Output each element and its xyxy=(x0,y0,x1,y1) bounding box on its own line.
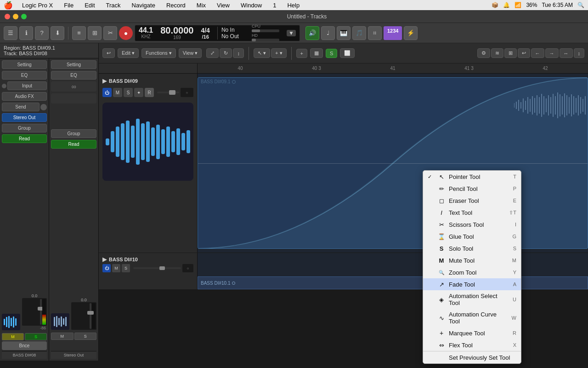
smartcontrols-btn[interactable]: ⬇ xyxy=(51,26,64,40)
bounce-btn-left[interactable]: Bnce xyxy=(2,341,47,350)
r-btn-1[interactable]: R xyxy=(145,88,154,97)
waveform-display-btn[interactable]: ≋ xyxy=(491,48,503,58)
output-btn[interactable]: 🔊 xyxy=(305,26,319,40)
snap-btn[interactable]: ⬜ xyxy=(340,48,355,58)
piano-roll-btn[interactable]: ⊞ xyxy=(504,48,517,58)
bpm-display[interactable]: 80.0000 169 xyxy=(160,26,193,40)
editors-btn[interactable]: ⊞ xyxy=(88,26,102,40)
ctx-set-prev-tool[interactable]: Set Previously Set Tool xyxy=(423,351,521,363)
ctx-fade-tool[interactable]: Fade Tool A xyxy=(423,278,521,290)
ctx-text-tool[interactable]: Text Tool ⇧T xyxy=(423,207,521,218)
menu-track[interactable]: Track xyxy=(104,2,123,9)
ctx-eraser-tool[interactable]: Eraser Tool E xyxy=(423,195,521,207)
back-btn[interactable]: ↩ xyxy=(102,48,115,58)
setting-btn-right[interactable]: Setting xyxy=(51,60,96,69)
stereoout-btn-left[interactable]: Stereo Out xyxy=(2,113,47,122)
edit-dropdown[interactable]: Edit ▾ xyxy=(118,48,139,58)
menu-mix[interactable]: Mix xyxy=(195,2,208,9)
tuner-btn[interactable]: ♩ xyxy=(321,26,335,40)
time-sig-display[interactable]: 4/4 /16 xyxy=(201,27,209,40)
ctx-zoom-tool[interactable]: Zoom Tool Y xyxy=(423,266,521,278)
fullscreen-button[interactable] xyxy=(21,14,27,19)
audio-region-1[interactable]: BASS DI#09.1 xyxy=(198,77,588,249)
ctx-scissors-tool[interactable]: Scissors Tool I xyxy=(423,218,521,230)
ctx-glue-tool[interactable]: Glue Tool G xyxy=(423,230,521,242)
mixer-btn[interactable]: ≡ xyxy=(72,26,86,40)
ctx-pointer-tool[interactable]: ✓ Pointer Tool T xyxy=(423,171,521,183)
resize-left-btn[interactable]: ⤢ xyxy=(206,48,219,58)
m-btn-2[interactable]: M xyxy=(112,264,120,272)
scroll-left-btn[interactable]: ← xyxy=(531,48,544,58)
ctx-pencil-tool[interactable]: Pencil Tool P xyxy=(423,183,521,195)
menu-logic-pro[interactable]: Logic Pro X xyxy=(20,2,55,9)
piano-btn[interactable]: 🎹 xyxy=(337,26,351,40)
scroll-btn[interactable]: ↕ xyxy=(233,48,244,58)
nav-left-btn[interactable]: ↩ xyxy=(518,48,530,58)
scroll-right-btn[interactable]: → xyxy=(545,48,559,58)
s-btn-2[interactable]: S xyxy=(122,264,130,272)
menu-navigate[interactable]: Navigate xyxy=(130,2,157,9)
group-btn-left[interactable]: Group xyxy=(2,124,47,132)
menu-view[interactable]: View xyxy=(215,2,232,9)
solo-btn-left[interactable]: S xyxy=(25,333,47,340)
ctx-auto-curve-tool[interactable]: Automation Curve Tool W xyxy=(423,309,521,327)
group-btn-right[interactable]: Group xyxy=(51,129,96,138)
record-button[interactable]: ● xyxy=(119,26,133,40)
s-btn-1[interactable]: S xyxy=(124,88,133,97)
solo-btn-right[interactable]: S xyxy=(74,333,97,340)
help-btn[interactable]: ? xyxy=(35,26,49,40)
ctx-auto-select-tool[interactable]: Automation Select Tool U xyxy=(423,290,521,309)
minimize-button[interactable] xyxy=(13,14,18,19)
m-btn-1[interactable]: M xyxy=(113,88,122,97)
fader-2[interactable] xyxy=(159,266,165,270)
ctx-flex-tool[interactable]: Flex Tool X xyxy=(423,339,521,351)
zoom-h-btn[interactable]: ↔ xyxy=(560,48,573,58)
star-btn-1[interactable]: ✦ xyxy=(134,88,143,97)
arpeggio-btn[interactable]: ⌗ xyxy=(368,26,382,40)
menu-file[interactable]: File xyxy=(62,2,75,9)
track-expand-icon-2[interactable]: ▶ xyxy=(102,256,107,263)
functions-dropdown[interactable]: Functions ▾ xyxy=(141,48,176,58)
track-expand-icon[interactable]: ▶ xyxy=(102,77,107,84)
settings-btn[interactable]: ⚙ xyxy=(477,48,490,58)
eq-btn-left[interactable]: EQ xyxy=(2,71,47,80)
cpu-btn[interactable]: ⚡ xyxy=(404,26,418,40)
volume-knob-2[interactable]: ○ xyxy=(182,264,193,272)
display-dropdown[interactable]: ▼ xyxy=(287,30,296,36)
read-btn-right[interactable]: Read xyxy=(51,140,96,149)
add-track-btn[interactable]: + xyxy=(296,49,307,58)
mute-btn-right[interactable]: M xyxy=(51,333,74,340)
menu-help[interactable]: Help xyxy=(285,2,301,9)
config-btn[interactable]: ▦ xyxy=(310,48,323,58)
menu-1[interactable]: 1 xyxy=(271,2,278,9)
solo-track-btn[interactable]: S xyxy=(326,49,337,58)
ctx-solo-tool[interactable]: Solo Tool S xyxy=(423,242,521,254)
eq-btn-right[interactable]: EQ xyxy=(51,71,96,80)
menu-record[interactable]: Record xyxy=(164,2,187,9)
view-dropdown[interactable]: View ▾ xyxy=(179,48,202,58)
input-btn-left[interactable]: Input xyxy=(7,81,47,90)
traffic-lights[interactable] xyxy=(5,14,27,19)
audiofx-btn-left[interactable]: Audio FX xyxy=(2,92,47,101)
info-btn[interactable]: ℹ xyxy=(19,26,33,40)
undo-count[interactable]: 1234 xyxy=(384,26,402,40)
menu-window[interactable]: Window xyxy=(239,2,264,9)
power-btn-2[interactable]: ⏻ xyxy=(102,264,111,272)
loop-btn[interactable]: ↻ xyxy=(220,48,232,58)
search-icon[interactable]: 🔍 xyxy=(577,2,584,8)
mute-btn-left[interactable]: M xyxy=(2,333,24,340)
audio-region-2[interactable]: BASS DI#10.1 xyxy=(198,276,588,289)
add-tool-btn[interactable]: + ▾ xyxy=(271,48,286,58)
menu-edit[interactable]: Edit xyxy=(83,2,96,9)
send-btn-left[interactable]: Send xyxy=(2,103,40,111)
step-btn[interactable]: 🎵 xyxy=(352,26,366,40)
library-btn[interactable]: ☰ xyxy=(4,26,17,40)
zoom-v-btn[interactable]: ↕ xyxy=(574,48,585,58)
fader-1[interactable] xyxy=(169,90,175,95)
volume-knob-1[interactable]: ○ xyxy=(186,91,188,95)
ctx-mute-tool[interactable]: Mute Tool M xyxy=(423,254,521,266)
read-btn-left[interactable]: Read xyxy=(2,134,47,143)
power-btn-1[interactable]: ⏻ xyxy=(102,88,112,97)
setting-btn-left[interactable]: Setting xyxy=(2,60,47,69)
close-button[interactable] xyxy=(5,14,10,19)
